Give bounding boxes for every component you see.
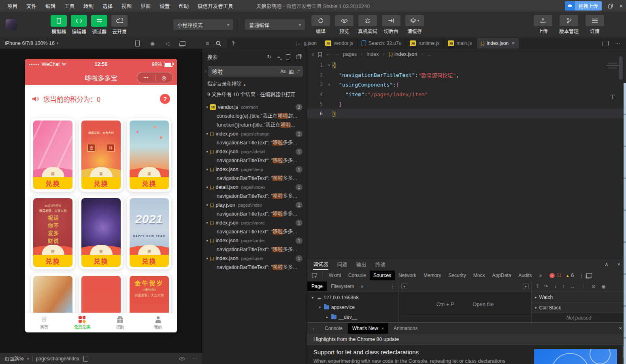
upload-button[interactable]: 上传 xyxy=(531,15,555,34)
result-file-row[interactable]: ▾{..}index.jsonpages\detail1 xyxy=(202,147,307,156)
clear-cache-button[interactable]: ▾ 清缓存 xyxy=(403,15,426,34)
redeem-button[interactable]: 兑换 xyxy=(33,255,72,267)
redeem-button[interactable]: 兑换 xyxy=(81,177,121,189)
menu-help[interactable]: 帮助 xyxy=(175,1,193,11)
result-file-row[interactable]: ▾{..}index.jsonpages\more1 xyxy=(202,218,307,227)
undock-icon[interactable] xyxy=(586,273,592,278)
tree-item-host[interactable]: ▾ ☁ 127.0.0.1:65368 xyxy=(307,293,398,303)
result-match-row[interactable]: navigationBarTitleText": "哆啦多多... xyxy=(202,174,307,183)
error-badge-icon[interactable]: × xyxy=(549,273,555,278)
breadcrumb-file[interactable]: {..}index.json xyxy=(389,51,417,57)
pause-on-exceptions-icon[interactable]: ◉ xyxy=(601,284,605,289)
refresh-results-icon[interactable]: ↻ xyxy=(267,54,272,59)
tab-main-js[interactable]: JS main.js xyxy=(444,38,476,49)
capsule-menu[interactable]: ••• ◎ xyxy=(137,72,173,83)
tree-item-appservice[interactable]: ▾ appservice xyxy=(307,303,398,312)
result-match-row[interactable]: navigationBarTitleText": "哆啦多多... xyxy=(202,227,307,236)
call-stack-section[interactable]: ▾ Call Stack xyxy=(532,303,626,313)
redeem-button[interactable]: 兑换 xyxy=(81,255,121,267)
mute-icon[interactable]: ◁ xyxy=(165,41,169,46)
panel-tab-problems[interactable]: 问题 xyxy=(337,258,347,270)
file-list-icon[interactable]: ≡ xyxy=(206,40,209,47)
copy-path-icon[interactable] xyxy=(83,356,88,362)
compile-button[interactable]: 编译 xyxy=(309,15,332,34)
devtools-tab-appdata[interactable]: AppData xyxy=(488,271,515,280)
close-panel-icon[interactable]: × xyxy=(617,261,620,267)
navigator-tab-filesystem[interactable]: Filesystem xyxy=(327,281,358,291)
tabbar-home[interactable]: ♕ 首页 xyxy=(25,313,63,332)
open-in-editor-link[interactable]: 在编辑器中打开 xyxy=(260,92,296,97)
panel-tab-output[interactable]: 输出 xyxy=(356,258,366,270)
details-button[interactable]: 详情 xyxy=(583,15,607,34)
devtools-tab-security[interactable]: Security xyxy=(445,271,469,280)
close-tab-icon[interactable]: × xyxy=(381,326,384,331)
project-avatar[interactable] xyxy=(6,19,17,30)
open-new-search-editor-icon[interactable] xyxy=(286,54,290,59)
breadcrumb-index[interactable]: index xyxy=(367,51,379,57)
whole-word-icon[interactable]: ab xyxy=(289,69,294,74)
result-match-row[interactable]: navigationBarTitleText": "哆啦多多... xyxy=(202,192,307,201)
more-menu-icon[interactable]: ••• xyxy=(144,76,149,80)
preview-button[interactable]: 预览 xyxy=(332,15,356,34)
devtools-tab-mock[interactable]: Mock xyxy=(470,271,489,280)
magic-wand-icon[interactable] xyxy=(232,40,236,46)
code-area[interactable]: 1 ∨ { 2 "navigationBarTitleText": "欧皇源码论… xyxy=(307,60,626,119)
tab-runtime-js[interactable]: JS runtime.js xyxy=(406,38,444,49)
tabbar-help[interactable]: 帮助 xyxy=(101,313,139,332)
devtools-tab-memory[interactable]: Memory xyxy=(420,271,445,280)
simulator-toggle-button[interactable]: 模拟器 xyxy=(49,15,69,35)
menu-tools[interactable]: 工具 xyxy=(60,1,79,11)
redeem-button[interactable]: 兑换 xyxy=(130,255,169,267)
bookmark-icon[interactable] xyxy=(318,52,322,57)
scroll-tabs-left-icon[interactable]: ◂ xyxy=(401,284,407,289)
navigator-tab-page[interactable]: Page xyxy=(307,281,327,291)
nav-forward-icon[interactable]: → xyxy=(334,52,340,57)
menu-devtools[interactable]: 微信开发者工具 xyxy=(194,1,237,11)
tabbar-free-redeem[interactable]: 免费兑换 xyxy=(63,313,101,332)
devtools-tab-console[interactable]: Console xyxy=(345,271,370,280)
exit-miniprogram-icon[interactable]: ◎ xyxy=(162,75,166,81)
scroll-tabs-right-icon[interactable]: ▸ xyxy=(523,284,529,289)
redeem-button[interactable]: 兑换 xyxy=(130,177,169,189)
more-tabs-icon[interactable]: » xyxy=(360,284,363,289)
device-selector[interactable]: iPhone 6/7/8 100% 16 xyxy=(5,40,55,46)
clear-results-icon[interactable]: ≡× xyxy=(277,54,280,60)
card-image[interactable]: 開 xyxy=(33,121,72,177)
version-control-button[interactable]: 版本管理 xyxy=(557,15,581,34)
deactivate-breakpoints-icon[interactable]: ⊘ xyxy=(592,284,596,289)
result-file-row[interactable]: ▾JSvendor.jscommon2 xyxy=(202,103,307,112)
menu-goto[interactable]: 转到 xyxy=(79,1,98,11)
tab-vendor-js[interactable]: JS vendor.js xyxy=(321,38,358,49)
compile-select[interactable]: 普通编译 ▾ xyxy=(245,19,305,30)
menu-settings[interactable]: 设置 xyxy=(155,1,174,11)
result-file-row[interactable]: ▾{..}index.jsonpages\order1 xyxy=(202,236,307,245)
editor-toggle-button[interactable]: 编辑器 xyxy=(69,15,89,35)
editor-scrollbar-thumb[interactable] xyxy=(619,56,623,80)
result-match-row[interactable]: navigationBarTitleText": "哆啦多多... xyxy=(202,210,307,218)
open-file-action[interactable]: Open file xyxy=(473,301,494,307)
menu-select[interactable]: 选择 xyxy=(98,1,117,11)
menu-interface[interactable]: 界面 xyxy=(136,1,155,11)
result-file-row[interactable]: ▾{..}index.jsonpages\help1 xyxy=(202,165,307,174)
navigator-menu-icon[interactable]: ⋮ xyxy=(390,284,395,289)
step-icon[interactable]: → xyxy=(570,284,575,289)
card-image[interactable]: 金牛贺岁 小鹿的红包 恭喜发财，大吉大利 開 xyxy=(130,276,169,313)
pause-script-icon[interactable]: ‖ xyxy=(537,284,539,289)
close-window-icon[interactable]: × xyxy=(620,3,623,9)
step-into-icon[interactable]: ↓ xyxy=(554,284,556,289)
collapse-panel-icon[interactable]: ∧ xyxy=(605,261,609,267)
more-actions-icon[interactable]: ⋯ xyxy=(192,356,197,362)
drag-upload-button[interactable]: 拖拽上传 xyxy=(565,1,602,11)
breadcrumb-more[interactable]: ... xyxy=(427,51,431,57)
breadcrumb-pages[interactable]: pages xyxy=(343,51,357,57)
panel-tab-debugger[interactable]: 调试器 xyxy=(313,258,328,270)
mode-select[interactable]: 小程序模式 ▾ xyxy=(173,19,233,30)
result-file-row[interactable]: ▾{..}detail.jsonpages\index1 xyxy=(202,183,307,192)
cloud-dev-button[interactable]: 云开发 xyxy=(109,15,130,35)
dir-filter-toggle[interactable]: 指定目录和排除▲ xyxy=(207,80,301,87)
search-icon[interactable] xyxy=(216,41,221,46)
devtools-menu-icon[interactable]: ⋮ xyxy=(579,273,584,279)
result-file-row[interactable]: ▾{..}index.jsonpages\change1 xyxy=(202,129,307,138)
result-match-row[interactable]: console.log(e),{title:"我正在哆啦封... xyxy=(202,112,307,121)
result-file-row[interactable]: ▾{..}index.jsonpages\user1 xyxy=(202,254,307,263)
